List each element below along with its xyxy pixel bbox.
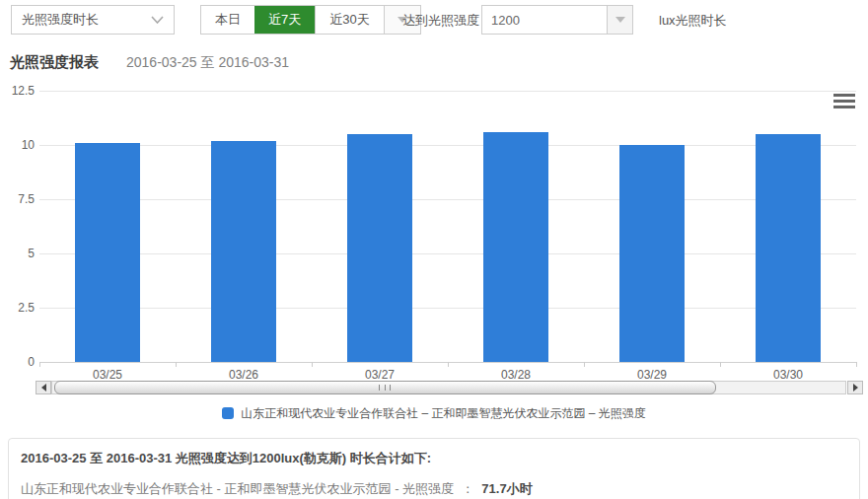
chevron-down-icon — [151, 16, 164, 24]
metric-select[interactable]: 光照强度时长 — [11, 5, 175, 35]
summary-row-label: 山东正和现代农业专业合作联合社 - 正和即墨智慧光伏农业示范园 - 光照强度 — [21, 481, 454, 496]
x-axis-tick-label: 03/27 — [312, 368, 448, 382]
legend-swatch — [222, 407, 234, 419]
arrow-left-icon — [41, 384, 46, 392]
date-range-button-group: 本日 近7天 近30天 — [200, 5, 421, 35]
axis-tick — [720, 362, 721, 367]
gridline — [39, 145, 856, 146]
y-axis-tick-label: 5 — [0, 247, 35, 260]
gridline — [39, 308, 856, 309]
threshold-label: 达到光照强度 — [402, 12, 479, 30]
threshold-input[interactable] — [481, 5, 607, 35]
scrollbar-grip-icon — [379, 385, 391, 391]
report-header: 光照强度报表 2016-03-25 至 2016-03-31 — [10, 53, 289, 72]
legend[interactable]: 山东正和现代农业专业合作联合社 – 正和即墨智慧光伏农业示范园 – 光照强度 — [0, 403, 868, 423]
toolbar: 光照强度时长 本日 近7天 近30天 达到光照强度 lux光照时长 — [0, 0, 868, 41]
bar[interactable] — [619, 145, 685, 362]
arrow-right-icon — [853, 384, 858, 392]
metric-select-value: 光照强度时长 — [22, 11, 99, 29]
scroll-right-button[interactable] — [847, 381, 863, 394]
y-axis-tick-label: 2.5 — [0, 301, 35, 315]
x-axis-tick-label: 03/30 — [720, 368, 856, 382]
gridline — [39, 199, 856, 200]
range-button-7days[interactable]: 近7天 — [254, 6, 315, 34]
threshold-dropdown-button[interactable] — [607, 5, 633, 35]
bar-chart: 02.557.51012.503/2503/2603/2703/2803/290… — [0, 84, 868, 399]
summary-panel: 2016-03-25 至 2016-03-31 光照强度达到1200lux(勒克… — [8, 438, 860, 499]
bar[interactable] — [75, 143, 140, 362]
axis-tick — [448, 362, 449, 367]
range-button-today[interactable]: 本日 — [201, 6, 254, 34]
summary-row: 山东正和现代农业专业合作联合社 - 正和即墨智慧光伏农业示范园 - 光照强度 ：… — [21, 480, 847, 498]
axis-tick — [39, 362, 40, 367]
bar[interactable] — [483, 132, 548, 362]
threshold-combo — [481, 5, 633, 35]
y-axis-tick-label: 7.5 — [0, 192, 35, 206]
hamburger-menu-icon[interactable] — [833, 94, 855, 108]
y-axis-tick-label: 12.5 — [0, 84, 35, 98]
gridline — [39, 91, 856, 92]
scroll-left-button[interactable] — [36, 381, 51, 394]
axis-tick — [584, 362, 585, 367]
caret-down-icon — [615, 17, 625, 23]
page-title: 光照强度报表 — [10, 53, 99, 72]
date-range-text: 2016-03-25 至 2016-03-31 — [126, 54, 289, 72]
axis-tick — [312, 362, 313, 367]
x-axis-tick-label: 03/28 — [448, 368, 584, 382]
light-intensity-report-page: 光照强度时长 本日 近7天 近30天 达到光照强度 lux光照时长 光照强度报表… — [0, 0, 868, 499]
bar[interactable] — [756, 134, 821, 362]
summary-value: 71.7小时 — [481, 481, 532, 496]
bar[interactable] — [211, 141, 276, 362]
legend-label: 山东正和现代农业专业合作联合社 – 正和即墨智慧光伏农业示范园 – 光照强度 — [241, 405, 646, 422]
axis-tick — [176, 362, 177, 367]
y-axis-tick-label: 10 — [0, 138, 35, 152]
bar[interactable] — [347, 134, 412, 362]
axis-tick — [856, 362, 857, 367]
y-axis-tick-label: 0 — [0, 355, 35, 369]
summary-title: 2016-03-25 至 2016-03-31 光照强度达到1200lux(勒克… — [21, 450, 847, 467]
x-axis-tick-label: 03/29 — [584, 368, 720, 382]
gridline — [39, 253, 856, 254]
x-axis-tick-label: 03/25 — [39, 368, 176, 382]
unit-label: lux光照时长 — [659, 12, 727, 30]
range-button-30days[interactable]: 近30天 — [315, 6, 383, 34]
summary-separator: ： — [462, 481, 474, 496]
x-axis-tick-label: 03/26 — [176, 368, 312, 382]
